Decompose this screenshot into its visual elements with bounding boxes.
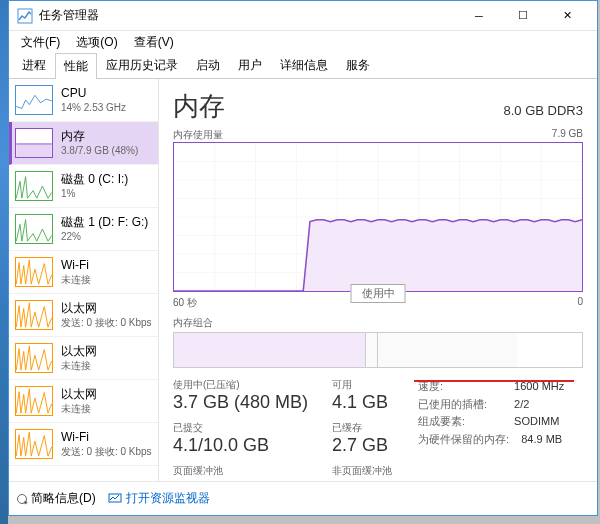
memory-usage-chart: [173, 142, 583, 292]
titlebar: 任务管理器 ─ ☐ ✕: [9, 1, 597, 31]
sparkline-icon: [15, 386, 53, 416]
memory-composition-chart: [173, 332, 583, 368]
sparkline-icon: [15, 214, 53, 244]
sidebar-item-value: 发送: 0 接收: 0 Kbps: [61, 316, 152, 329]
stat-avail-value: 4.1 GB: [332, 392, 394, 413]
sidebar-item-label: 以太网: [61, 387, 152, 403]
kv-form-val: SODIMM: [514, 413, 559, 431]
monitor-icon: [108, 492, 122, 506]
sparkline-icon: [15, 300, 53, 330]
stat-nonpaged-label: 非页面缓冲池: [332, 464, 394, 478]
stat-paged-label: 页面缓冲池: [173, 464, 308, 478]
sidebar-item-value: 发送: 0 接收: 0 Kbps: [61, 445, 152, 458]
menubar: 文件(F) 选项(O) 查看(V): [9, 31, 597, 53]
sidebar-item-label: 以太网: [61, 301, 152, 317]
minimize-button[interactable]: ─: [457, 1, 501, 31]
memory-spec: 8.0 GB DDR3: [504, 103, 583, 118]
sidebar-item-cpu-0[interactable]: CPU14% 2.53 GHz: [9, 79, 158, 122]
menu-options[interactable]: 选项(O): [68, 32, 125, 53]
kv-hw-key: 为硬件保留的内存:: [418, 431, 509, 449]
sparkline-icon: [15, 343, 53, 373]
sidebar: CPU14% 2.53 GHz内存3.8/7.9 GB (48%)磁盘 0 (C…: [9, 79, 159, 481]
stat-inuse-label: 使用中(已压缩): [173, 378, 308, 392]
maximize-button[interactable]: ☐: [501, 1, 545, 31]
tab-details[interactable]: 详细信息: [271, 52, 337, 78]
sidebar-item-net-7[interactable]: 以太网未连接: [9, 380, 158, 423]
sidebar-item-label: 内存: [61, 129, 152, 145]
sidebar-item-label: CPU: [61, 86, 152, 102]
sidebar-item-net-8[interactable]: Wi-Fi发送: 0 接收: 0 Kbps: [9, 423, 158, 466]
page-title: 内存: [173, 89, 225, 124]
menu-file[interactable]: 文件(F): [13, 32, 68, 53]
tab-app-history[interactable]: 应用历史记录: [97, 52, 187, 78]
stat-cached-label: 已缓存: [332, 421, 394, 435]
stat-cached-value: 2.7 GB: [332, 435, 394, 456]
chart-x-left: 60 秒: [173, 296, 197, 310]
kv-form-key: 组成要素:: [418, 413, 502, 431]
kv-hw-val: 84.9 MB: [521, 431, 562, 449]
chart-y-label: 内存使用量: [173, 128, 223, 142]
tab-performance[interactable]: 性能: [55, 53, 97, 79]
sidebar-item-label: 磁盘 0 (C: I:): [61, 172, 152, 188]
sidebar-item-value: 1%: [61, 187, 152, 200]
sidebar-item-value: 3.8/7.9 GB (48%): [61, 144, 152, 157]
composition-label: 内存组合: [173, 316, 583, 330]
tab-services[interactable]: 服务: [337, 52, 379, 78]
annotation-underline: [414, 380, 574, 382]
sidebar-item-value: 14% 2.53 GHz: [61, 101, 152, 114]
kv-slots-key: 已使用的插槽:: [418, 396, 502, 414]
app-icon: [17, 8, 33, 24]
stat-committed-value: 4.1/10.0 GB: [173, 435, 308, 456]
svg-rect-0: [18, 9, 32, 23]
svg-rect-1: [16, 144, 51, 157]
sidebar-item-disk-2[interactable]: 磁盘 0 (C: I:)1%: [9, 165, 158, 208]
chevron-up-icon: [17, 494, 27, 504]
sidebar-item-value: 未连接: [61, 402, 152, 415]
stat-paged-value: 376 MB: [173, 478, 308, 481]
sidebar-item-value: 22%: [61, 230, 152, 243]
sidebar-item-mem-1[interactable]: 内存3.8/7.9 GB (48%): [9, 122, 158, 165]
sidebar-item-label: 以太网: [61, 344, 152, 360]
chart-y-max: 7.9 GB: [552, 128, 583, 142]
tabbar: 进程 性能 应用历史记录 启动 用户 详细信息 服务: [9, 53, 597, 79]
sidebar-item-value: 未连接: [61, 273, 152, 286]
tab-users[interactable]: 用户: [229, 52, 271, 78]
sidebar-item-net-6[interactable]: 以太网未连接: [9, 337, 158, 380]
sidebar-item-net-5[interactable]: 以太网发送: 0 接收: 0 Kbps: [9, 294, 158, 337]
sidebar-item-net-4[interactable]: Wi-Fi未连接: [9, 251, 158, 294]
sidebar-item-disk-3[interactable]: 磁盘 1 (D: F: G:)22%: [9, 208, 158, 251]
menu-view[interactable]: 查看(V): [126, 32, 182, 53]
sparkline-icon: [15, 429, 53, 459]
sidebar-item-value: 未连接: [61, 359, 152, 372]
window-title: 任务管理器: [39, 7, 457, 24]
sparkline-icon: [15, 257, 53, 287]
tab-startup[interactable]: 启动: [187, 52, 229, 78]
sparkline-icon: [15, 85, 53, 115]
sidebar-item-label: 磁盘 1 (D: F: G:): [61, 215, 152, 231]
stat-inuse-value: 3.7 GB (480 MB): [173, 392, 308, 413]
main-panel: 内存 8.0 GB DDR3 内存使用量 7.9 GB 60 秒 使用中 0 内…: [159, 79, 597, 481]
stat-avail-label: 可用: [332, 378, 394, 392]
sparkline-icon: [15, 171, 53, 201]
sidebar-item-label: Wi-Fi: [61, 258, 152, 274]
stat-nonpaged-value: 216 MB: [332, 478, 394, 481]
task-manager-window: 任务管理器 ─ ☐ ✕ 文件(F) 选项(O) 查看(V) 进程 性能 应用历史…: [8, 0, 598, 516]
footer: 简略信息(D) 打开资源监视器: [9, 481, 597, 515]
sidebar-item-label: Wi-Fi: [61, 430, 152, 446]
kv-slots-val: 2/2: [514, 396, 529, 414]
chart-x-right: 0: [577, 296, 583, 310]
tab-processes[interactable]: 进程: [13, 52, 55, 78]
open-resource-monitor-link[interactable]: 打开资源监视器: [108, 490, 210, 507]
close-button[interactable]: ✕: [545, 1, 589, 31]
stat-committed-label: 已提交: [173, 421, 308, 435]
sparkline-icon: [15, 128, 53, 158]
fewer-details-button[interactable]: 简略信息(D): [17, 490, 96, 507]
inuse-badge: 使用中: [351, 284, 406, 303]
